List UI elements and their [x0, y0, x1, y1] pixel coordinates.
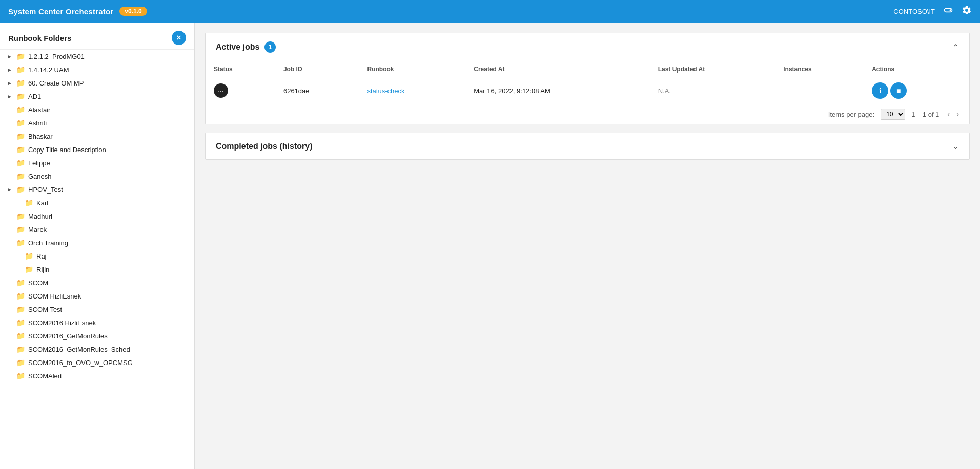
sidebar-item-label: SCOM2016_GetMonRules_Sched	[28, 346, 130, 353]
chevron-icon	[6, 214, 13, 219]
topbar-left: System Center Orchestrator v0.1.0	[8, 7, 147, 16]
chevron-icon	[14, 253, 22, 259]
sidebar-item[interactable]: 📁SCOM2016_GetMonRules	[0, 329, 194, 343]
folder-icon: 📁	[16, 92, 25, 100]
sidebar-item-label: Raj	[36, 252, 47, 260]
sidebar-item[interactable]: 📁Bhaskar	[0, 130, 194, 143]
app-title: System Center Orchestrator	[8, 7, 113, 16]
topbar-right: CONTOSO\IT	[893, 5, 972, 18]
chevron-icon	[6, 280, 13, 286]
chevron-icon	[6, 347, 13, 352]
sidebar-item[interactable]: 📁Ganesh	[0, 169, 194, 183]
col-job-id: Job ID	[275, 61, 359, 77]
sidebar-item[interactable]: 📁Karl	[0, 196, 194, 209]
chevron-icon	[6, 307, 13, 312]
sidebar-item-label: Madhuri	[28, 212, 52, 220]
sidebar-item[interactable]: 📁SCOM2016_to_OVO_w_OPCMSG	[0, 356, 194, 369]
chevron-icon	[6, 160, 13, 166]
next-page-button[interactable]: ›	[954, 109, 961, 120]
col-actions: Actions	[864, 61, 969, 77]
chevron-icon	[6, 107, 13, 113]
sidebar: Runbook Folders × ►📁1.2.1.2_ProdMG01►📁1.…	[0, 23, 195, 469]
active-jobs-header: Active jobs 1 ⌃	[206, 33, 969, 61]
sidebar-item[interactable]: ►📁60. Create OM MP	[0, 76, 194, 90]
active-jobs-panel: Active jobs 1 ⌃ Status Job ID Runbook Cr…	[205, 33, 970, 124]
folder-icon: 📁	[16, 345, 25, 353]
sidebar-item[interactable]: ►📁1.2.1.2_ProdMG01	[0, 50, 194, 63]
completed-jobs-header[interactable]: Completed jobs (history) ⌄	[206, 133, 969, 159]
folder-icon: 📁	[16, 279, 25, 287]
folder-icon: 📁	[16, 52, 25, 60]
folder-icon: 📁	[16, 225, 25, 233]
chevron-icon: ►	[6, 54, 13, 59]
sidebar-item[interactable]: 📁Madhuri	[0, 209, 194, 223]
sidebar-item-label: Orch Training	[28, 239, 68, 247]
sidebar-list: ►📁1.2.1.2_ProdMG01►📁1.4.14.2 UAM►📁60. Cr…	[0, 50, 194, 469]
sidebar-item[interactable]: ►📁AD1	[0, 90, 194, 103]
folder-icon: 📁	[16, 159, 25, 167]
chevron-icon	[6, 373, 13, 379]
sidebar-item-label: HPOV_Test	[28, 186, 63, 194]
sidebar-item-label: Bhaskar	[28, 133, 53, 140]
sidebar-item-label: Ashriti	[28, 119, 47, 127]
sidebar-item-label: SCOM HizliEsnek	[28, 292, 81, 300]
settings-icon[interactable]	[962, 5, 972, 18]
pagination-nav: ‹ ›	[945, 109, 961, 120]
sidebar-item-label: Karl	[36, 199, 48, 207]
sidebar-item[interactable]: 📁SCOM	[0, 276, 194, 289]
sidebar-item[interactable]: 📁SCOMAlert	[0, 369, 194, 382]
sidebar-item[interactable]: 📁SCOM HizliEsnek	[0, 289, 194, 303]
job-status-cell: ···	[206, 77, 275, 104]
sidebar-item-label: SCOM	[28, 279, 48, 287]
chevron-icon: ►	[6, 80, 13, 86]
sidebar-item[interactable]: 📁Rijin	[0, 263, 194, 276]
sidebar-item[interactable]: 📁Copy Title and Description	[0, 143, 194, 156]
stop-button[interactable]: ■	[890, 82, 907, 99]
chevron-icon	[14, 267, 22, 272]
sidebar-item[interactable]: 📁Felippe	[0, 156, 194, 169]
sidebar-item[interactable]: 📁Ashriti	[0, 116, 194, 130]
sidebar-item[interactable]: 📁SCOM2016_GetMonRules_Sched	[0, 343, 194, 356]
pagination-range: 1 – 1 of 1	[911, 111, 939, 118]
runbook-cell: status-check	[359, 77, 465, 104]
sidebar-title: Runbook Folders	[8, 34, 71, 42]
runbook-link[interactable]: status-check	[367, 87, 404, 95]
sidebar-item[interactable]: 📁Orch Training	[0, 236, 194, 249]
chevron-icon	[6, 293, 13, 299]
chevron-icon: ►	[6, 94, 13, 99]
sidebar-close-button[interactable]: ×	[172, 31, 186, 45]
chevron-icon	[14, 200, 22, 206]
current-user: CONTOSO\IT	[893, 8, 935, 15]
folder-icon: 📁	[16, 358, 25, 367]
folder-icon: 📁	[16, 318, 25, 327]
sidebar-item[interactable]: 📁SCOM2016 HizliEsnek	[0, 316, 194, 329]
sidebar-item[interactable]: 📁Raj	[0, 249, 194, 263]
prev-page-button[interactable]: ‹	[945, 109, 952, 120]
sidebar-item[interactable]: ►📁HPOV_Test	[0, 183, 194, 196]
sidebar-item[interactable]: ►📁1.4.14.2 UAM	[0, 63, 194, 76]
chevron-icon: ►	[6, 187, 13, 193]
plugin-icon[interactable]	[943, 5, 953, 18]
items-per-page-select[interactable]: 10 25 50	[881, 109, 905, 120]
info-button[interactable]: ℹ	[872, 82, 888, 99]
stop-icon: ■	[896, 87, 901, 95]
col-runbook: Runbook	[359, 61, 465, 77]
active-jobs-header-left: Active jobs 1	[216, 41, 276, 53]
sidebar-item-label: SCOM2016_to_OVO_w_OPCMSG	[28, 359, 133, 367]
job-id-cell: 6261dae	[275, 77, 359, 104]
col-instances: Instances	[775, 61, 864, 77]
sidebar-item-label: Marek	[28, 226, 47, 233]
sidebar-item[interactable]: 📁SCOM Test	[0, 303, 194, 316]
sidebar-item[interactable]: 📁Marek	[0, 223, 194, 236]
table-row: ···6261daestatus-checkMar 16, 2022, 9:12…	[206, 77, 969, 104]
main-layout: Runbook Folders × ►📁1.2.1.2_ProdMG01►📁1.…	[0, 23, 980, 469]
info-icon: ℹ	[879, 87, 882, 95]
active-jobs-collapse-button[interactable]: ⌃	[952, 42, 959, 52]
last-updated-cell: N.A.	[650, 77, 775, 104]
folder-icon: 📁	[16, 145, 25, 154]
completed-jobs-expand-button[interactable]: ⌄	[952, 141, 959, 151]
sidebar-item[interactable]: 📁Alastair	[0, 103, 194, 116]
sidebar-item-label: 1.2.1.2_ProdMG01	[28, 53, 85, 60]
chevron-icon	[6, 174, 13, 179]
chevron-icon: ►	[6, 67, 13, 73]
